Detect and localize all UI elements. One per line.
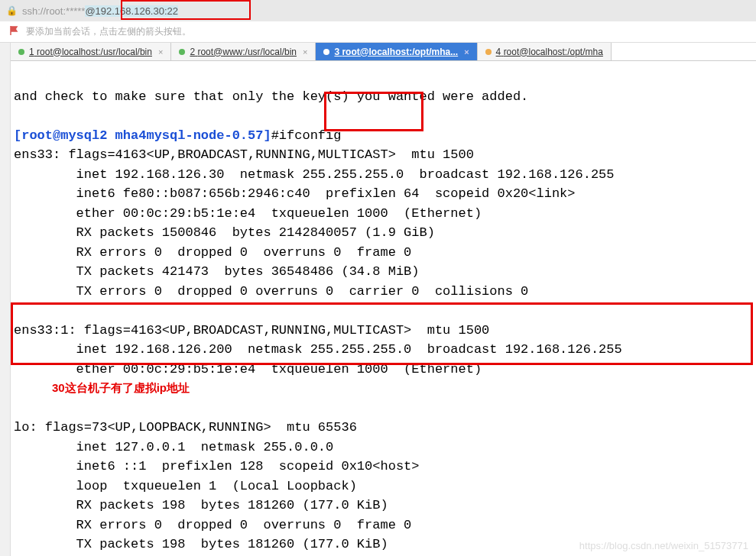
tab-bar: 1 root@localhost:/usr/local/bin × 2 root… (11, 43, 756, 61)
output-line: inet 127.0.0.1 netmask 255.0.0.0 (14, 440, 333, 454)
status-dot-icon (485, 49, 492, 55)
status-dot-icon (323, 49, 329, 55)
output-line: TX packets 421473 bytes 36548486 (34.8 M… (14, 264, 420, 279)
output-line: TX packets 198 bytes 181260 (177.0 KiB) (14, 537, 388, 551)
output-line: and check to make sure that only the key… (14, 89, 528, 104)
output-line: TX errors 0 dropped 0 overruns 0 carrier… (14, 284, 528, 299)
output-line: RX errors 0 dropped 0 overruns 0 frame 0 (14, 518, 411, 532)
terminal-output[interactable]: and check to make sure that only the key… (11, 61, 756, 556)
address-bar[interactable]: 🔒 ssh://root:*****@192.168.126.30:22 (0, 0, 756, 21)
ssh-url-host: @192.168.126.30:22 (85, 5, 178, 17)
status-dot-icon (179, 49, 185, 55)
output-line: loop txqueuelen 1 (Local Loopback) (14, 479, 357, 493)
close-icon[interactable]: × (464, 47, 469, 57)
output-line: RX errors 0 dropped 0 overruns 0 frame 0 (14, 245, 411, 260)
close-icon[interactable]: × (158, 47, 163, 57)
close-icon[interactable]: × (303, 47, 307, 57)
prompt-hash: # (271, 128, 279, 143)
lock-icon: 🔒 (6, 5, 18, 16)
command-text: ifconfig (279, 128, 342, 143)
flag-icon (9, 25, 20, 38)
hint-text: 要添加当前会话，点击左侧的箭头按钮。 (26, 25, 191, 38)
output-line: ens33: flags=4163<UP,BROADCAST,RUNNING,M… (14, 147, 474, 162)
output-line: inet6 fe80::b087:656b:2946:c40 prefixlen… (14, 186, 576, 201)
output-line: RX packets 198 bytes 181260 (177.0 KiB) (14, 498, 388, 512)
tab-3[interactable]: 3 root@localhost:/opt/mha... × (316, 43, 477, 60)
status-dot-icon (18, 49, 24, 55)
output-line: ether 00:0c:29:b5:1e:e4 txqueuelen 1000 … (14, 362, 482, 377)
output-line: inet 192.168.126.200 netmask 255.255.255… (14, 342, 622, 357)
annotation-text: 30这台机子有了虚拟ip地址 (14, 381, 190, 394)
ssh-url-prefix: ssh://root:***** (22, 5, 85, 17)
output-line: ens33:1: flags=4163<UP,BROADCAST,RUNNING… (14, 323, 489, 338)
tab-4[interactable]: 4 root@localhost:/opt/mha (478, 43, 612, 60)
output-line: inet 192.168.126.30 netmask 255.255.255.… (14, 167, 615, 182)
hint-bar: 要添加当前会话，点击左侧的箭头按钮。 (0, 21, 756, 43)
left-gutter (0, 43, 11, 556)
tab-1[interactable]: 1 root@localhost:/usr/local/bin × (11, 43, 171, 60)
watermark: https://blog.csdn.net/weixin_51573771 (579, 540, 748, 551)
output-line: lo: flags=73<UP,LOOPBACK,RUNNING> mtu 65… (14, 420, 357, 435)
output-line: ether 00:0c:29:b5:1e:e4 txqueuelen 1000 … (14, 206, 482, 221)
output-line: RX packets 1500846 bytes 2142840057 (1.9… (14, 225, 435, 240)
tab-2[interactable]: 2 root@www:/usr/local/bin × (171, 43, 316, 60)
output-line: inet6 ::1 prefixlen 128 scopeid 0x10<hos… (14, 459, 420, 474)
shell-prompt: [root@mysql2 mha4mysql-node-0.57] (14, 128, 271, 143)
